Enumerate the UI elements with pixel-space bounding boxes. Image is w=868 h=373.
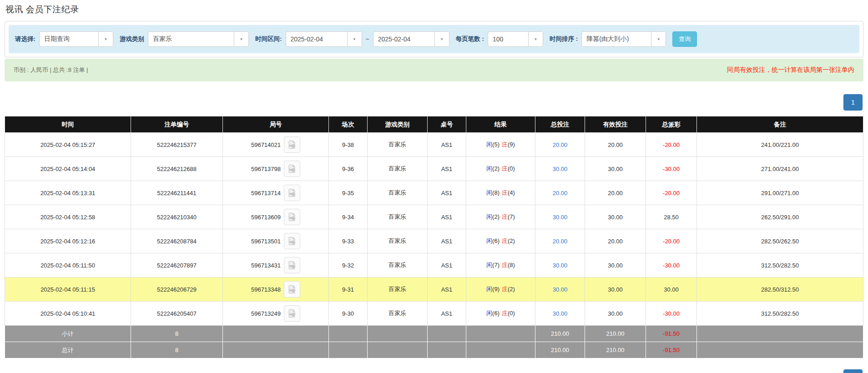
video-record-icon	[288, 261, 297, 270]
cell-valid-bet: 20.00	[585, 133, 646, 157]
table-row: 2025-02-04 05:12:58 522246210340 5967136…	[5, 205, 863, 229]
cell-time: 2025-02-04 05:12:16	[5, 229, 131, 253]
cell-round-no: 596713249	[251, 310, 281, 317]
cell-valid-bet: 30.00	[585, 277, 646, 302]
result-banker-label: 庄	[502, 189, 508, 196]
result-banker-points: (2)	[508, 286, 515, 292]
cell-note: 241.00/221.00	[697, 133, 863, 157]
subtotal-total-bet: 210.00	[535, 326, 585, 342]
video-record-icon	[288, 164, 297, 173]
subtotal-valid-bet: 210.00	[585, 326, 646, 342]
grand-total-row: 总计 8 210.00 210.00 -91.50	[5, 342, 863, 358]
result-banker-points: (8)	[508, 262, 515, 268]
grand-total-valid-bet: 210.00	[585, 342, 646, 358]
video-record-icon	[288, 140, 297, 149]
cell-session: 9-34	[329, 205, 368, 229]
query-type-value: 日期查询	[40, 32, 98, 46]
cell-note: 262.50/291.00	[697, 205, 863, 229]
table-row: 2025-02-04 05:10:41 522246205407 5967132…	[5, 302, 863, 326]
grand-total-count: 8	[131, 342, 223, 358]
col-header-valid-bet: 有效投注	[585, 116, 646, 133]
chevron-down-icon: ▼	[98, 32, 113, 46]
cell-game-type: 百家乐	[368, 229, 428, 253]
cell-time: 2025-02-04 05:15:27	[5, 133, 131, 157]
cell-payout: -30.00	[646, 302, 697, 326]
result-player-label: 闲	[486, 165, 492, 172]
total-bet-link[interactable]: 20.00	[553, 190, 568, 197]
subtotal-row: 小计 8 210.00 210.00 -91.50	[5, 326, 863, 342]
video-record-icon	[288, 188, 297, 197]
cell-table-no: AS1	[428, 157, 466, 181]
result-banker-label: 庄	[502, 141, 508, 148]
cell-round-no: 596713501	[251, 238, 281, 245]
date-range-label: 时间区间:	[255, 35, 282, 43]
video-record-button[interactable]	[284, 136, 300, 153]
per-page-select[interactable]: 100 ▼	[488, 31, 543, 47]
col-header-session: 场次	[329, 116, 368, 133]
sort-value: 降冪(由大到小)	[582, 32, 651, 46]
cell-payout: 28.50	[646, 205, 697, 229]
total-bet-link[interactable]: 30.00	[553, 214, 568, 221]
cell-payout: -20.00	[646, 133, 697, 157]
total-bet-link[interactable]: 30.00	[553, 262, 568, 269]
date-to-value: 2025-02-04	[373, 32, 434, 46]
video-record-button[interactable]	[284, 209, 300, 225]
table-row: 2025-02-04 05:11:15 522246206729 5967133…	[5, 277, 863, 302]
video-record-button[interactable]	[284, 257, 300, 273]
cell-session: 9-31	[329, 277, 368, 302]
cell-time: 2025-02-04 05:11:15	[5, 277, 131, 302]
page-button-1[interactable]: 1	[843, 94, 863, 111]
result-player-points: (5)	[492, 141, 500, 148]
result-banker-points: (7)	[508, 213, 515, 220]
result-banker-label: 庄	[502, 213, 508, 220]
cell-game-type: 百家乐	[368, 181, 428, 205]
subtotal-count: 8	[131, 326, 223, 342]
query-type-select[interactable]: 日期查询 ▼	[39, 31, 113, 47]
total-bet-link[interactable]: 30.00	[553, 310, 568, 317]
video-record-button[interactable]	[284, 305, 300, 322]
cell-result: 闲(6)庄(2)	[466, 229, 535, 253]
cell-bet-no: 522246208784	[131, 229, 223, 253]
cell-session: 9-35	[329, 181, 368, 205]
video-record-icon	[288, 285, 297, 294]
result-banker-points: (9)	[508, 141, 515, 148]
pagination-top: 1	[5, 94, 863, 111]
search-button[interactable]: 查询	[672, 31, 697, 47]
result-player-points: (7)	[492, 262, 500, 268]
cell-payout: -20.00	[646, 181, 697, 205]
sort-select[interactable]: 降冪(由大到小) ▼	[581, 31, 666, 47]
cell-note: 312.50/282.50	[697, 302, 863, 326]
cell-result: 闲(2)庄(7)	[466, 205, 535, 229]
video-record-button[interactable]	[284, 185, 300, 201]
date-from-select[interactable]: 2025-02-04 ▼	[286, 31, 362, 47]
result-player-label: 闲	[486, 286, 492, 292]
video-record-button[interactable]	[284, 161, 300, 177]
result-banker-points: (0)	[508, 165, 515, 172]
total-bet-link[interactable]: 30.00	[553, 166, 568, 172]
result-player-label: 闲	[486, 237, 492, 244]
video-record-icon	[288, 309, 297, 318]
video-record-button[interactable]	[284, 233, 300, 249]
result-player-label: 闲	[486, 213, 492, 220]
date-to-select[interactable]: 2025-02-04 ▼	[373, 31, 449, 47]
bet-records-table: 时间 注单编号 局号 场次 游戏类别 桌号 结果 总投注 有效投注 总派彩 备注…	[5, 116, 863, 358]
total-bet-link[interactable]: 20.00	[553, 141, 568, 148]
cell-result: 闲(2)庄(0)	[466, 157, 535, 181]
per-page-group: 每页笔数 : 100 ▼	[456, 31, 543, 47]
grand-total-total-bet: 210.00	[535, 342, 585, 358]
total-bet-link[interactable]: 20.00	[553, 238, 568, 245]
cell-table-no: AS1	[428, 133, 466, 157]
cell-session: 9-32	[329, 253, 368, 277]
result-player-label: 闲	[486, 262, 492, 268]
result-banker-label: 庄	[502, 237, 508, 244]
video-record-button[interactable]	[284, 281, 300, 297]
cell-round-no: 596713431	[251, 262, 281, 269]
game-type-label: 游戏类别	[120, 35, 144, 43]
page-button-1-bottom[interactable]: 1	[843, 369, 863, 373]
cell-note: 312.50/282.50	[697, 253, 863, 277]
table-row: 2025-02-04 05:13:31 522246211441 5967137…	[5, 181, 863, 205]
total-bet-link[interactable]: 30.00	[553, 286, 568, 293]
cell-round-no: 596713714	[251, 190, 281, 197]
sort-label: 时间排序 :	[550, 35, 578, 43]
game-type-select[interactable]: 百家乐 ▼	[148, 31, 249, 47]
